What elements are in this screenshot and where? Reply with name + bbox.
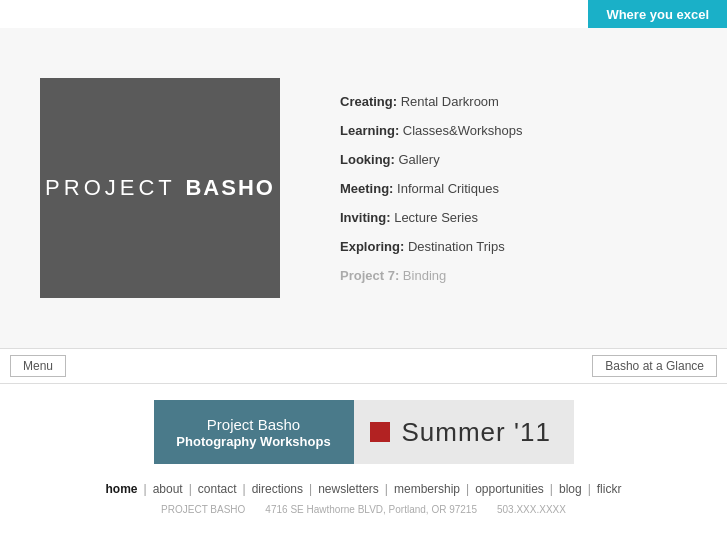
feature-item: Inviting: Lecture Series: [340, 210, 523, 225]
logo-block: PROJECT BASHO: [40, 78, 280, 298]
footer-nav-link-directions[interactable]: directions: [246, 482, 309, 496]
feature-item: Creating: Rental Darkroom: [340, 94, 523, 109]
promo-inner: Project Basho Photography Workshops Summ…: [154, 400, 574, 464]
footer-nav-link-home[interactable]: home: [100, 482, 144, 496]
promo-right: Summer '11: [354, 400, 574, 464]
promo-subtitle: Photography Workshops: [176, 434, 330, 449]
hero-section: PROJECT BASHO Creating: Rental DarkroomL…: [0, 28, 727, 348]
basho-glance-button[interactable]: Basho at a Glance: [592, 355, 717, 377]
footer-nav-link-newsletters[interactable]: newsletters: [312, 482, 385, 496]
nav-bar: Menu Basho at a Glance: [0, 348, 727, 384]
where-you-excel-button[interactable]: Where you excel: [588, 0, 727, 28]
promo-title: Project Basho: [207, 415, 300, 435]
footer-text-2: 4716 SE Hawthorne BLVD, Portland, OR 972…: [265, 504, 477, 515]
feature-item: Meeting: Informal Critiques: [340, 181, 523, 196]
logo-text: PROJECT BASHO: [45, 175, 275, 201]
feature-item: Looking: Gallery: [340, 152, 523, 167]
bottom-footer: PROJECT BASHO 4716 SE Hawthorne BLVD, Po…: [0, 500, 727, 515]
top-bar: Where you excel: [0, 0, 727, 28]
promo-left: Project Basho Photography Workshops: [154, 400, 354, 464]
footer-nav-link-opportunities[interactable]: opportunities: [469, 482, 550, 496]
footer-text-3: 503.XXX.XXXX: [497, 504, 566, 515]
footer-nav-link-flickr[interactable]: flickr: [591, 482, 628, 496]
feature-item: Project 7: Binding: [340, 268, 523, 283]
feature-item: Exploring: Destination Trips: [340, 239, 523, 254]
features-list: Creating: Rental DarkroomLearning: Class…: [340, 94, 523, 283]
footer-nav-link-blog[interactable]: blog: [553, 482, 588, 496]
footer-text-1: PROJECT BASHO: [161, 504, 245, 515]
promo-summer-text: Summer '11: [402, 417, 551, 448]
promo-red-square-icon: [370, 422, 390, 442]
footer-nav: home|about|contact|directions|newsletter…: [0, 474, 727, 500]
menu-button[interactable]: Menu: [10, 355, 66, 377]
promo-banner: Project Basho Photography Workshops Summ…: [0, 384, 727, 474]
footer-nav-link-contact[interactable]: contact: [192, 482, 243, 496]
footer-nav-link-membership[interactable]: membership: [388, 482, 466, 496]
feature-item: Learning: Classes&Workshops: [340, 123, 523, 138]
footer-nav-link-about[interactable]: about: [147, 482, 189, 496]
